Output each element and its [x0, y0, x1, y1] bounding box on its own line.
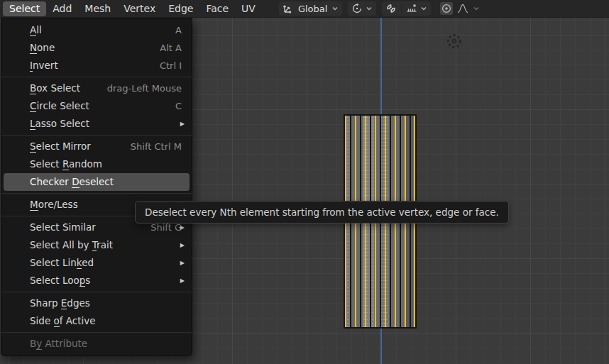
menu-separator — [1, 332, 192, 333]
menu-item-checker-deselect[interactable]: Checker Deselect — [4, 173, 190, 191]
chevron-down-icon[interactable] — [473, 6, 480, 11]
falloff-curve-icon[interactable] — [457, 3, 468, 14]
transform-orientation-icon — [282, 3, 294, 14]
orientation-label: Global — [297, 4, 329, 14]
header-menu-vertex[interactable]: Vertex — [117, 1, 162, 16]
menu-item-label: Select Mirror — [30, 138, 91, 155]
menu-separator — [1, 292, 192, 292]
menu-item-label: None — [30, 39, 55, 57]
menu-item-box-select[interactable]: Box Selectdrag-Left Mouse — [4, 79, 190, 97]
menu-item-label: More/Less — [30, 196, 78, 214]
divider — [401, 4, 402, 13]
menu-item-select-all-by-trait[interactable]: Select All by Trait▶ — [4, 236, 190, 254]
menu-item-shortcut: A — [42, 21, 182, 39]
submenu-arrow-icon: ▶ — [180, 254, 185, 272]
tooltip: Deselect every Nth element starting from… — [135, 201, 509, 224]
header-menu-edge[interactable]: Edge — [162, 1, 199, 16]
header-widgets: Global — [279, 1, 483, 16]
header-menu-face[interactable]: Face — [199, 1, 235, 16]
menu-item-sharp-edges[interactable]: Sharp Edges — [4, 294, 190, 312]
menu-item-all[interactable]: AllA — [4, 21, 190, 39]
transform-orientation-dropdown[interactable]: Global — [279, 1, 342, 16]
cursor-3d-icon — [444, 31, 464, 51]
menu-separator — [1, 77, 192, 77]
chevron-down-icon — [366, 6, 373, 11]
select-menu: AllANoneAlt AInvertCtrl IBox Selectdrag-… — [1, 18, 192, 356]
menu-item-side-of-active[interactable]: Side of Active — [4, 312, 190, 330]
menu-item-invert[interactable]: InvertCtrl I — [4, 57, 190, 75]
tooltip-text: Deselect every Nth element starting from… — [145, 206, 499, 218]
menu-item-label: By Attribute — [30, 335, 87, 353]
header-menu-mesh[interactable]: Mesh — [78, 1, 117, 16]
proportional-editing-icon — [441, 3, 452, 14]
menu-item-label: All — [30, 21, 42, 39]
menu-item-label: Invert — [30, 57, 58, 75]
submenu-arrow-icon: ▶ — [180, 272, 185, 289]
snap-increment-icon[interactable] — [406, 3, 417, 14]
menu-separator — [1, 135, 192, 136]
proportional-editing-group — [437, 1, 483, 16]
header-menu-add[interactable]: Add — [46, 1, 78, 16]
menu-item-shortcut: Shift Ctrl M — [91, 138, 182, 155]
menu-item-select-loops[interactable]: Select Loops▶ — [4, 272, 190, 289]
menu-item-shortcut: Ctrl I — [58, 57, 182, 75]
chevron-down-icon[interactable] — [420, 6, 427, 11]
menu-item-label: Select Linked — [30, 254, 94, 272]
snap-magnet-icon[interactable] — [385, 3, 397, 14]
menu-item-label: Select Similar — [30, 219, 96, 236]
viewport-header: SelectAddMeshVertexEdgeFaceUV Global — [0, 0, 609, 18]
menu-item-none[interactable]: NoneAlt A — [4, 39, 190, 57]
menu-item-shortcut: Alt A — [55, 39, 182, 57]
menu-item-label: Select All by Trait — [30, 236, 113, 254]
header-menubar: SelectAddMeshVertexEdgeFaceUV — [0, 1, 262, 16]
menu-item-label: Select Random — [30, 155, 102, 173]
menu-separator — [1, 193, 192, 194]
menu-item-label: Lasso Select — [30, 115, 89, 133]
menu-item-label: Side of Active — [30, 312, 96, 330]
header-menu-select[interactable]: Select — [3, 1, 46, 16]
menu-item-lasso-select[interactable]: Lasso Select▶ — [4, 115, 190, 133]
menu-item-label: Sharp Edges — [30, 294, 90, 312]
submenu-arrow-icon: ▶ — [180, 236, 185, 254]
menu-item-select-mirror[interactable]: Select MirrorShift Ctrl M — [4, 138, 190, 155]
menu-item-select-linked[interactable]: Select Linked▶ — [4, 254, 190, 272]
chevron-down-icon — [331, 6, 339, 11]
proportional-editing-button[interactable] — [440, 2, 453, 15]
pivot-point-dropdown[interactable] — [348, 1, 376, 16]
menu-item-label: Circle Select — [30, 97, 89, 115]
menu-item-by-attribute: By Attribute — [4, 335, 190, 353]
menu-item-label: Box Select — [30, 79, 80, 97]
submenu-arrow-icon: ▶ — [180, 115, 185, 133]
snap-group — [382, 1, 431, 16]
menu-item-label: Checker Deselect — [30, 173, 114, 191]
menu-item-select-random[interactable]: Select Random — [4, 155, 190, 173]
pivot-point-icon — [351, 3, 363, 14]
menu-item-shortcut: drag-Left Mouse — [80, 79, 182, 97]
header-menu-uv[interactable]: UV — [235, 1, 262, 16]
menu-item-label: Select Loops — [30, 272, 90, 289]
menu-item-shortcut: C — [89, 97, 182, 115]
menu-item-circle-select[interactable]: Circle SelectC — [4, 97, 190, 115]
